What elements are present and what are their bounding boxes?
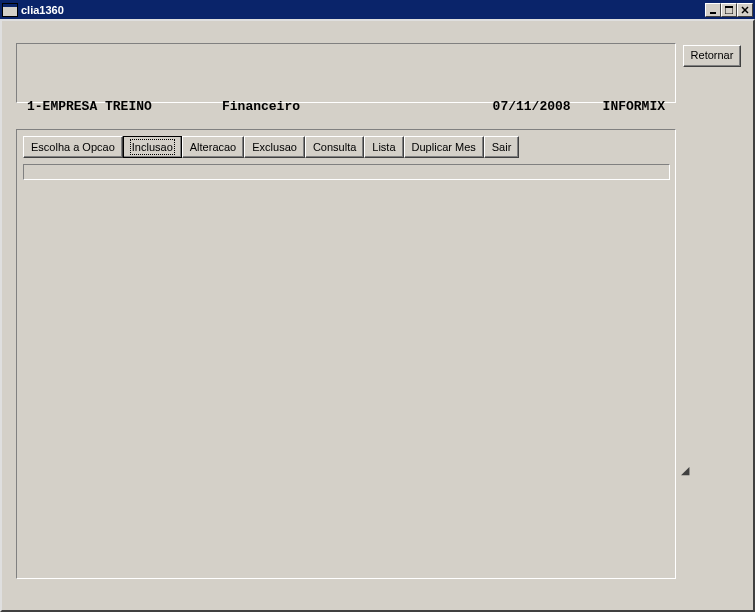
menu-row: Escolha a Opcao Inclusao Alteracao Exclu… [23,136,669,158]
minimize-button[interactable] [705,3,721,17]
menu-item-inclusao[interactable]: Inclusao [123,136,182,158]
maximize-icon [725,6,733,14]
menu-item-sair[interactable]: Sair [484,136,520,158]
window-controls [705,3,753,17]
header-panel: 1-EMPRESA TREINO Financeiro 07/11/2008 I… [16,43,676,103]
close-icon [741,6,749,14]
svg-rect-2 [725,6,733,8]
return-label: Retornar [691,49,734,61]
menu-label: Exclusao [252,141,297,153]
menu-label: Escolha a Opcao [31,141,115,153]
menu-item-escolha[interactable]: Escolha a Opcao [23,136,123,158]
window-title: clia1360 [21,4,705,16]
app-icon [2,3,18,17]
menu-item-consulta[interactable]: Consulta [305,136,364,158]
menu-label: Inclusao [130,139,175,155]
menu-item-duplicar[interactable]: Duplicar Mes [404,136,484,158]
client-area: 1-EMPRESA TREINO Financeiro 07/11/2008 I… [0,19,755,612]
menu-label: Duplicar Mes [412,141,476,153]
db-label: INFORMIX [603,96,665,118]
minimize-icon [709,6,717,14]
list-area [23,164,670,180]
date-label: 07/11/2008 [493,96,603,118]
menu-label: Lista [372,141,395,153]
maximize-button[interactable] [721,3,737,17]
module-label: Financeiro [222,96,493,118]
return-button[interactable]: Retornar [683,45,741,67]
menu-panel: Escolha a Opcao Inclusao Alteracao Exclu… [16,129,676,579]
company-label: 1-EMPRESA TREINO [27,96,222,118]
menu-item-alteracao[interactable]: Alteracao [182,136,244,158]
menu-label: Consulta [313,141,356,153]
close-button[interactable] [737,3,753,17]
titlebar: clia1360 [0,0,755,19]
menu-label: Sair [492,141,512,153]
menu-item-lista[interactable]: Lista [364,136,403,158]
menu-item-exclusao[interactable]: Exclusao [244,136,305,158]
menu-label: Alteracao [190,141,236,153]
svg-rect-0 [710,12,716,14]
scroll-indicator: ◢ [681,464,687,470]
